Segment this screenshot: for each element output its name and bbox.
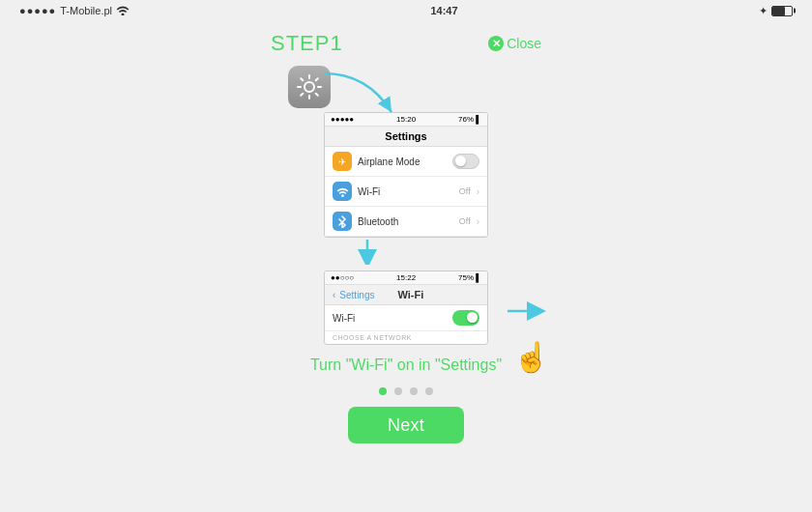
step-title: STEP1 bbox=[271, 31, 343, 56]
signal-dots: ●●●●● bbox=[19, 5, 56, 16]
pagination-dots bbox=[379, 387, 433, 395]
dot-2 bbox=[394, 387, 402, 395]
airplane-icon: ✈ bbox=[333, 152, 352, 171]
wifi-status: Off bbox=[459, 186, 471, 196]
close-button[interactable]: ✕ Close bbox=[488, 36, 541, 51]
bluetooth-chevron: › bbox=[477, 216, 479, 227]
between-arrow bbox=[271, 238, 464, 265]
wifi-toggle-label: Wi-Fi bbox=[333, 313, 447, 324]
status-right: ✦ bbox=[759, 5, 793, 17]
wifi-screen-wrapper: ●●○○○ 15:22 75% ▌ ‹ Settings Wi-Fi Wi-Fi… bbox=[271, 270, 541, 345]
settings-screen-wrapper: ●●●●● 15:20 76% ▌ Settings ✈ Airplane Mo… bbox=[271, 112, 541, 238]
wifi-screen-title: Wi-Fi bbox=[397, 289, 423, 300]
wifi-chevron: › bbox=[477, 186, 479, 197]
bluetooth-row: Bluetooth Off › bbox=[325, 207, 487, 237]
wifi-toggle-on[interactable] bbox=[452, 310, 479, 326]
bluetooth-icon: ✦ bbox=[759, 5, 768, 17]
bluetooth-label: Bluetooth bbox=[358, 216, 453, 227]
choose-network-label: CHOOSE A NETWORK bbox=[325, 331, 487, 344]
airplane-toggle bbox=[452, 154, 479, 169]
dot-1 bbox=[379, 387, 387, 395]
close-label: Close bbox=[507, 36, 541, 51]
airplane-mode-row: ✈ Airplane Mode bbox=[325, 147, 487, 177]
wifi-status-icon bbox=[116, 5, 130, 17]
wifi-row: Wi-Fi Off › bbox=[325, 177, 487, 207]
dot-3 bbox=[410, 387, 418, 395]
status-time: 14:47 bbox=[430, 5, 457, 16]
dot-4 bbox=[425, 387, 433, 395]
instruction-area: ●●●●● 15:20 76% ▌ Settings ✈ Airplane Mo… bbox=[271, 64, 541, 345]
svg-point-0 bbox=[304, 82, 314, 92]
status-bar: ●●●●● T-Mobile.pl 14:47 ✦ bbox=[0, 0, 812, 21]
wifi-label: Wi-Fi bbox=[358, 186, 453, 197]
carrier-label: T-Mobile.pl bbox=[60, 5, 112, 16]
wifi-screen: ●●○○○ 15:22 75% ▌ ‹ Settings Wi-Fi Wi-Fi… bbox=[324, 270, 488, 345]
bluetooth-icon-row bbox=[333, 212, 352, 231]
settings-arrow bbox=[319, 69, 416, 117]
next-button[interactable]: Next bbox=[348, 407, 464, 443]
airplane-label: Airplane Mode bbox=[358, 156, 447, 167]
phone-status-bar-2: ●●○○○ 15:22 75% ▌ bbox=[325, 271, 487, 285]
battery-icon bbox=[771, 6, 793, 16]
wifi-nav-bar: ‹ Settings Wi-Fi bbox=[325, 285, 487, 305]
right-arrow-svg bbox=[503, 301, 551, 330]
wifi-toggle-row: Wi-Fi bbox=[325, 305, 487, 331]
step-header: STEP1 ✕ Close bbox=[271, 21, 541, 64]
settings-nav-bar: Settings bbox=[325, 127, 487, 147]
main-content: STEP1 ✕ Close bbox=[0, 21, 812, 512]
settings-screen: ●●●●● 15:20 76% ▌ Settings ✈ Airplane Mo… bbox=[324, 112, 488, 238]
instruction-text: Turn "Wi-Fi" on in "Settings" bbox=[310, 356, 502, 374]
close-icon: ✕ bbox=[488, 36, 504, 51]
tap-finger-icon: ☝ bbox=[513, 340, 549, 374]
down-arrow-svg bbox=[338, 238, 396, 265]
wifi-back-label[interactable]: Settings bbox=[339, 290, 374, 300]
bluetooth-status: Off bbox=[459, 216, 471, 226]
status-left: ●●●●● T-Mobile.pl bbox=[19, 5, 130, 17]
wifi-row-icon bbox=[333, 182, 352, 201]
